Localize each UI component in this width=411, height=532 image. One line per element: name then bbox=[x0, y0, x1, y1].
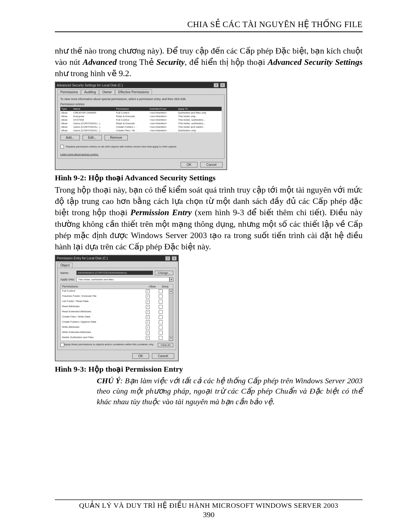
window-buttons: ? × bbox=[165, 256, 177, 261]
tab-permissions[interactable]: Permissions bbox=[57, 89, 81, 95]
cancel-button[interactable]: Cancel bbox=[200, 162, 223, 167]
replace-checkbox[interactable] bbox=[60, 145, 64, 148]
change-button[interactable]: Change... bbox=[155, 271, 173, 275]
permission-row: Full Control✓ bbox=[61, 289, 168, 294]
table-row[interactable]: AllowSYSTEMFull Control<not inherited>Th… bbox=[60, 118, 222, 122]
cancel-button[interactable]: Cancel bbox=[152, 353, 174, 359]
allow-checkbox[interactable]: ✓ bbox=[146, 331, 150, 335]
col-inh[interactable]: Inherited From bbox=[149, 107, 177, 111]
table-row[interactable]: AllowEveryoneRead & Execute<not inherite… bbox=[60, 115, 222, 118]
table-cell: Read & Execute bbox=[115, 115, 149, 118]
col-name[interactable]: Name bbox=[72, 107, 115, 111]
table-row[interactable]: AllowUsers (CONTOSO\U...)Create Folders … bbox=[60, 125, 222, 129]
permission-row: Delete✓ bbox=[61, 341, 168, 341]
deny-checkbox[interactable] bbox=[159, 305, 163, 309]
help-icon[interactable]: ? bbox=[214, 83, 219, 87]
table-cell: Subfolders only bbox=[177, 129, 222, 132]
help-icon[interactable]: ? bbox=[165, 256, 170, 261]
allow-checkbox[interactable]: ✓ bbox=[146, 326, 150, 329]
p1-adv: Advanced bbox=[83, 57, 116, 67]
tab-effective[interactable]: Effective Permissions bbox=[115, 89, 152, 95]
p2-pe: Permission Entry bbox=[130, 208, 192, 217]
table-row[interactable]: AllowUsers (CONTOSO\U...)Read & Execute<… bbox=[60, 122, 222, 125]
col-type[interactable]: Type bbox=[60, 107, 72, 111]
replace-label: Replace permission entries on all child … bbox=[66, 145, 176, 148]
clear-all-button[interactable]: Clear All bbox=[158, 343, 173, 347]
deny-checkbox[interactable] bbox=[159, 295, 163, 298]
table-row[interactable]: AllowCREATOR OWNERFull Control<not inher… bbox=[60, 111, 222, 115]
deny-checkbox[interactable] bbox=[159, 326, 163, 329]
table-row[interactable]: AllowUsers (CONTOSO\U...)Create Files / … bbox=[60, 129, 222, 132]
permission-name: Delete Subfolders and Files bbox=[62, 336, 141, 340]
apply-onto-select[interactable]: This folder, subfolders and files bbox=[76, 277, 169, 282]
dialog-titlebar: Advanced Security Settings for Local Dis… bbox=[55, 82, 226, 88]
add-button[interactable]: Add... bbox=[60, 135, 80, 140]
name-field: Administrators (CONTOSO\Administrators) bbox=[76, 271, 153, 275]
scroll-down-icon[interactable]: ▾ bbox=[169, 336, 173, 341]
permission-name: Read Attributes bbox=[62, 305, 141, 309]
window-buttons: ? × bbox=[213, 83, 225, 87]
permission-name: Create Folders / Append Data bbox=[62, 320, 141, 325]
allow-checkbox[interactable]: ✓ bbox=[146, 315, 150, 319]
p1-b: trong Thẻ bbox=[117, 57, 156, 67]
p1-d: như trong hình vẽ 9.2. bbox=[55, 69, 131, 78]
deny-checkbox[interactable] bbox=[159, 320, 163, 324]
table-cell: Full Control bbox=[115, 118, 149, 122]
scrollbar[interactable]: ▴ ▾ bbox=[169, 289, 173, 341]
allow-checkbox[interactable]: ✓ bbox=[146, 289, 150, 293]
table-cell: Allow bbox=[60, 118, 72, 122]
chapter-header: CHIA SẺ CÁC TÀI NGUYÊN HỆ THỐNG FILE bbox=[55, 19, 363, 32]
apply-children-checkbox[interactable] bbox=[60, 343, 64, 347]
paragraph-2: Trong hộp thoại này, bạn có thể kiểm soá… bbox=[55, 184, 363, 252]
permission-name: Write Attributes bbox=[62, 326, 141, 330]
table-cell: <not inherited> bbox=[149, 111, 177, 115]
ok-button[interactable]: OK bbox=[181, 162, 197, 167]
permission-row: Write Extended Attributes✓ bbox=[61, 330, 168, 336]
dialog-title: Permission Entry for Local Disk (C:) bbox=[57, 256, 108, 260]
perm-col-allow: Allow bbox=[146, 285, 159, 288]
allow-checkbox[interactable]: ✓ bbox=[146, 336, 150, 340]
note-text: : Bạn làm việc với tất cả các hệ thống C… bbox=[97, 376, 363, 406]
deny-checkbox[interactable] bbox=[159, 300, 163, 304]
chevron-down-icon[interactable]: ▾ bbox=[169, 277, 173, 282]
ok-button[interactable]: OK bbox=[132, 353, 149, 359]
apply-children-label: Apply these permissions to objects and/o… bbox=[64, 343, 158, 346]
close-icon[interactable]: × bbox=[172, 256, 177, 261]
perm-col-deny: Deny bbox=[159, 285, 172, 288]
table-cell: Create Files / W... bbox=[115, 129, 149, 132]
allow-checkbox[interactable]: ✓ bbox=[146, 295, 150, 298]
permission-row: Write Attributes✓ bbox=[61, 325, 168, 330]
deny-checkbox[interactable] bbox=[159, 315, 163, 319]
tab-owner[interactable]: Owner bbox=[99, 89, 115, 95]
permission-row: Create Files / Write Data✓ bbox=[61, 315, 168, 320]
remove-button[interactable]: Remove bbox=[105, 135, 127, 140]
permission-name: List Folder / Read Data bbox=[62, 300, 141, 304]
col-apply[interactable]: Apply To bbox=[177, 107, 222, 111]
tab-auditing[interactable]: Auditing bbox=[81, 89, 99, 95]
replace-checkbox-row: Replace permission entries on all child … bbox=[60, 145, 222, 148]
allow-checkbox[interactable]: ✓ bbox=[146, 310, 150, 314]
close-icon[interactable]: × bbox=[220, 83, 225, 87]
deny-checkbox[interactable] bbox=[159, 310, 163, 314]
permission-name: Create Files / Write Data bbox=[62, 315, 141, 320]
table-cell: Users (CONTOSO\U...) bbox=[72, 122, 115, 125]
permission-row: Read Extended Attributes✓ bbox=[61, 310, 168, 315]
deny-checkbox[interactable] bbox=[159, 336, 163, 340]
col-perm[interactable]: Permission bbox=[115, 107, 149, 111]
edit-button[interactable]: Edit... bbox=[83, 135, 102, 140]
paragraph-1: như thế nào trong chương này). Để truy c… bbox=[55, 45, 363, 79]
learn-more-link[interactable]: Learn more about access control. bbox=[60, 153, 222, 156]
scroll-up-icon[interactable]: ▴ bbox=[169, 289, 173, 294]
allow-checkbox[interactable]: ✓ bbox=[146, 320, 150, 324]
allow-checkbox[interactable]: ✓ bbox=[146, 305, 150, 309]
permission-name: Read Extended Attributes bbox=[62, 310, 141, 315]
deny-checkbox[interactable] bbox=[159, 289, 163, 293]
tab-strip: Permissions Auditing Owner Effective Per… bbox=[55, 88, 226, 95]
permission-row: Read Attributes✓ bbox=[61, 305, 168, 310]
tab-object[interactable]: Object bbox=[57, 263, 73, 268]
allow-checkbox[interactable]: ✓ bbox=[146, 300, 150, 304]
permissions-table[interactable]: Type Name Permission Inherited From Appl… bbox=[60, 107, 222, 132]
page-footer: QUẢN LÝ VÀ DUY TRÌ HỆ ĐIỀU HÀNH MICROSOF… bbox=[55, 499, 363, 519]
deny-checkbox[interactable] bbox=[159, 331, 163, 335]
permission-row: Delete Subfolders and Files✓ bbox=[61, 336, 168, 341]
